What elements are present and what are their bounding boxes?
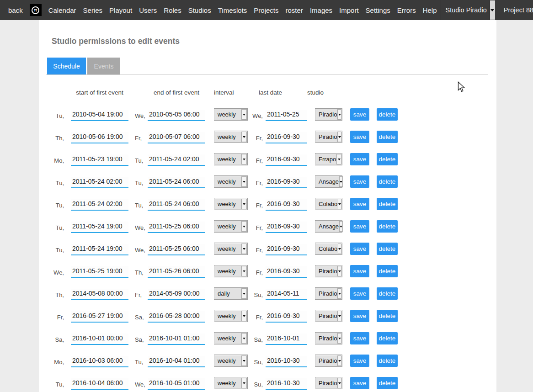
chevron-down-icon[interactable] [241, 333, 247, 344]
interval-select[interactable]: weekly [214, 175, 248, 188]
delete-button[interactable]: delete [377, 198, 398, 210]
interval-select[interactable]: weekly [214, 332, 248, 344]
chevron-down-icon[interactable] [337, 355, 341, 366]
save-button[interactable]: save [350, 355, 369, 367]
chevron-down-icon[interactable] [337, 109, 341, 120]
save-button[interactable]: save [350, 131, 369, 143]
last-date-input[interactable] [266, 289, 307, 300]
delete-button[interactable]: delete [377, 131, 398, 143]
chevron-down-icon[interactable] [241, 244, 247, 254]
last-date-input[interactable] [266, 311, 307, 323]
delete-button[interactable]: delete [377, 310, 398, 322]
last-date-input[interactable] [266, 244, 307, 255]
delete-button[interactable]: delete [377, 243, 398, 255]
chevron-down-icon[interactable] [336, 154, 341, 164]
chevron-down-icon[interactable] [337, 288, 341, 299]
tab-events[interactable]: Events [87, 58, 120, 74]
start-datetime-input[interactable] [71, 266, 128, 278]
start-datetime-input[interactable] [71, 311, 128, 323]
start-datetime-input[interactable] [71, 222, 128, 233]
save-button[interactable]: save [350, 108, 369, 121]
studio-select[interactable]: Piradio [315, 355, 342, 367]
studio-select[interactable]: Ansage [315, 175, 342, 188]
interval-select[interactable]: weekly [214, 220, 248, 233]
start-datetime-input[interactable] [71, 334, 128, 345]
chevron-down-icon[interactable] [241, 176, 247, 187]
delete-button[interactable]: delete [377, 265, 398, 277]
interval-select[interactable]: daily [214, 287, 248, 300]
pi-radio-logo-icon[interactable]: π [30, 4, 42, 16]
start-datetime-input[interactable] [71, 132, 128, 143]
save-button[interactable]: save [350, 243, 369, 255]
save-button[interactable]: save [350, 287, 369, 300]
tab-schedule[interactable]: Schedule [47, 58, 86, 74]
interval-select[interactable]: weekly [214, 131, 248, 143]
delete-button[interactable]: delete [377, 287, 398, 300]
chevron-down-icon[interactable] [241, 221, 247, 232]
chevron-down-icon[interactable] [241, 378, 247, 388]
last-date-input[interactable] [266, 356, 307, 367]
end-datetime-input[interactable] [148, 244, 205, 255]
end-datetime-input[interactable] [148, 289, 205, 300]
studio-select[interactable]: Piradio [315, 287, 342, 300]
interval-select[interactable]: weekly [214, 198, 248, 210]
interval-select[interactable]: weekly [214, 377, 248, 389]
chevron-down-icon[interactable] [337, 132, 341, 142]
nav-item-settings[interactable]: Settings [366, 6, 390, 14]
chevron-down-icon[interactable] [241, 355, 247, 366]
last-date-input[interactable] [266, 132, 307, 143]
save-button[interactable]: save [350, 175, 369, 188]
nav-item-studios[interactable]: Studios [188, 6, 211, 14]
chevron-down-icon[interactable] [241, 154, 247, 164]
studio-select[interactable]: Piradio [315, 131, 342, 143]
nav-item-timeslots[interactable]: Timeslots [218, 6, 247, 14]
last-date-input[interactable] [266, 378, 307, 390]
last-date-input[interactable] [266, 334, 307, 345]
interval-select[interactable]: weekly [214, 310, 248, 322]
nav-item-roster[interactable]: roster [286, 6, 303, 14]
chevron-down-icon[interactable] [241, 288, 247, 299]
chevron-down-icon[interactable] [241, 132, 247, 142]
delete-button[interactable]: delete [377, 153, 398, 165]
save-button[interactable]: save [350, 153, 369, 165]
chevron-down-icon[interactable] [337, 333, 341, 344]
end-datetime-input[interactable] [148, 110, 205, 121]
last-date-input[interactable] [266, 266, 307, 278]
end-datetime-input[interactable] [148, 356, 205, 367]
save-button[interactable]: save [350, 332, 369, 344]
delete-button[interactable]: delete [377, 355, 398, 367]
save-button[interactable]: save [350, 310, 369, 322]
nav-item-images[interactable]: Images [310, 6, 332, 14]
end-datetime-input[interactable] [148, 334, 205, 345]
interval-select[interactable]: weekly [214, 153, 248, 165]
end-datetime-input[interactable] [148, 222, 205, 233]
delete-button[interactable]: delete [377, 175, 398, 188]
last-date-input[interactable] [266, 222, 307, 233]
nav-item-users[interactable]: Users [139, 6, 157, 14]
studio-select[interactable]: Studio Piradio [441, 0, 495, 20]
project-select[interactable]: Project 88vier [499, 0, 533, 20]
chevron-down-icon[interactable] [337, 266, 341, 276]
nav-back[interactable]: back [8, 6, 23, 14]
end-datetime-input[interactable] [148, 177, 205, 188]
start-datetime-input[interactable] [71, 378, 128, 390]
chevron-down-icon[interactable] [338, 244, 341, 254]
last-date-input[interactable] [266, 110, 307, 121]
interval-select[interactable]: weekly [214, 108, 248, 121]
last-date-input[interactable] [266, 154, 307, 166]
chevron-down-icon[interactable] [339, 221, 343, 232]
studio-select[interactable]: Frrapo [315, 153, 342, 165]
nav-item-errors[interactable]: Errors [397, 6, 416, 14]
studio-select[interactable]: Piradio [315, 265, 342, 277]
nav-item-series[interactable]: Series [83, 6, 103, 14]
start-datetime-input[interactable] [71, 177, 128, 188]
chevron-down-icon[interactable] [339, 176, 343, 187]
chevron-down-icon[interactable] [490, 0, 495, 20]
nav-item-import[interactable]: Import [339, 6, 359, 14]
interval-select[interactable]: weekly [214, 355, 248, 367]
studio-select[interactable]: Piradio [315, 108, 342, 121]
start-datetime-input[interactable] [71, 356, 128, 367]
last-date-input[interactable] [266, 199, 307, 211]
nav-item-calendar[interactable]: Calendar [48, 6, 76, 14]
delete-button[interactable]: delete [377, 332, 398, 344]
